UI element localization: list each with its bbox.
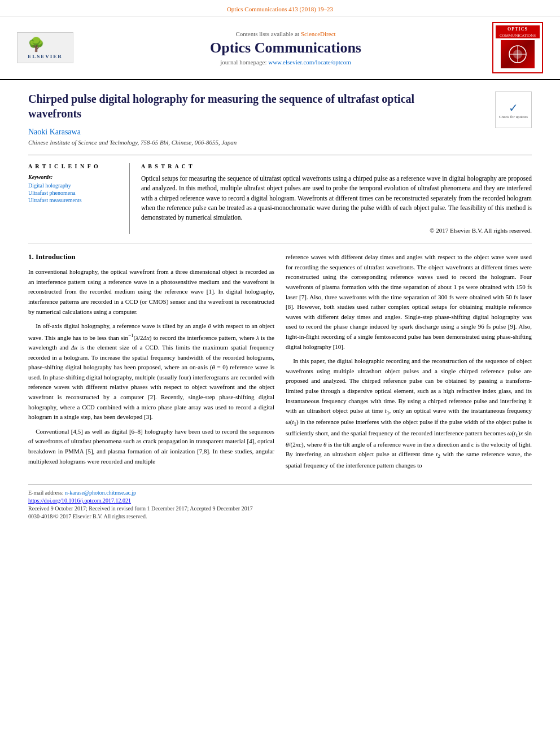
journal-header-bar: Optics Communications 413 (2018) 19–23 — [0, 0, 560, 16]
right-column: reference waves with different delay tim… — [286, 252, 532, 475]
doi-line: https://doi.org/10.1016/j.optcom.2017.12… — [28, 497, 532, 504]
journal-homepage-link[interactable]: www.elsevier.com/locate/optcom — [268, 59, 351, 65]
optics-logo-title: OPTICS — [496, 25, 540, 33]
author-affiliation: Chinese Institute of Science and Technol… — [28, 139, 532, 146]
sciencedirect-line: Contents lists available at ScienceDirec… — [79, 30, 492, 37]
body-columns: 1. Introduction In conventional holograp… — [28, 243, 532, 475]
left-column: 1. Introduction In conventional holograp… — [28, 252, 274, 475]
main-content: Chirped pulse digital holography for mea… — [0, 80, 560, 531]
keyword-ultrafast-measurements: Ultrafast measurements — [28, 197, 120, 203]
journal-homepage-line: journal homepage: www.elsevier.com/locat… — [79, 59, 492, 65]
keyword-ultrafast-phenomena: Ultrafast phenomena — [28, 190, 120, 196]
abstract-heading: A B S T R A C T — [141, 163, 532, 169]
optics-logo-box: OPTICS COMMUNICATIONS — [492, 22, 543, 73]
intro-body: In conventional holography, the optical … — [28, 267, 274, 466]
keywords-label: Keywords: — [28, 174, 120, 180]
intro-para-1: In conventional holography, the optical … — [28, 267, 274, 317]
abstract-panel: A B S T R A C T Optical setups for measu… — [141, 163, 532, 234]
article-info-heading: A R T I C L E I N F O — [28, 163, 120, 169]
article-info-panel: A R T I C L E I N F O Keywords: Digital … — [28, 163, 130, 234]
right-body: reference waves with different delay tim… — [286, 252, 532, 471]
footnotes-section: E-mail address: n-karase@photon.chitmse.… — [28, 484, 532, 519]
page-wrapper: Optics Communications 413 (2018) 19–23 🌳… — [0, 0, 560, 531]
sciencedirect-link[interactable]: ScienceDirect — [301, 30, 336, 37]
email-label: E-mail address: — [28, 490, 63, 496]
copyright-line: © 2017 Elsevier B.V. All rights reserved… — [141, 227, 532, 234]
check-updates-badge: ✓ Check for updates — [495, 91, 532, 128]
optics-logo-subtitle: COMMUNICATIONS — [496, 33, 540, 38]
elsevier-logo: 🌳 ELSEVIER — [17, 32, 79, 63]
check-icon: ✓ — [509, 101, 518, 115]
elsevier-wordmark: ELSEVIER — [28, 54, 63, 59]
journal-title-main: Optics Communications — [79, 40, 492, 56]
doi-link[interactable]: https://doi.org/10.1016/j.optcom.2017.12… — [28, 497, 131, 504]
article-title: Chirped pulse digital holography for mea… — [28, 91, 487, 121]
right-para-2: In this paper, the digital holographic r… — [286, 356, 532, 471]
abstract-text: Optical setups for measuring the sequenc… — [141, 174, 532, 222]
article-meta-section: A R T I C L E I N F O Keywords: Digital … — [28, 155, 532, 234]
received-line: Received 9 October 2017; Received in rev… — [28, 505, 532, 512]
optics-logo-image — [501, 40, 535, 68]
journal-citation-link[interactable]: Optics Communications 413 (2018) 19–23 — [227, 6, 333, 12]
intro-para-3: Conventional [4,5] as well as digital [6… — [28, 427, 274, 466]
author-name: Naoki Karasawa — [28, 128, 532, 137]
email-link[interactable]: n-karase@photon.chitmse.ac.jp — [65, 490, 136, 496]
keyword-digital-holography: Digital holography — [28, 182, 120, 189]
check-badge-label: Check for updates — [499, 115, 528, 119]
email-footnote: E-mail address: n-karase@photon.chitmse.… — [28, 490, 532, 496]
intro-para-2: In off-axis digital holography, a refere… — [28, 321, 274, 422]
header-center: Contents lists available at ScienceDirec… — [79, 30, 492, 65]
intro-heading: 1. Introduction — [28, 252, 274, 261]
right-para-1: reference waves with different delay tim… — [286, 252, 532, 352]
journal-header: 🌳 ELSEVIER Contents lists available at S… — [0, 16, 560, 80]
issn-line: 0030-4018/© 2017 Elsevier B.V. All right… — [28, 513, 532, 519]
article-title-section: Chirped pulse digital holography for mea… — [28, 91, 532, 121]
elsevier-tree-icon: 🌳 — [28, 37, 45, 52]
